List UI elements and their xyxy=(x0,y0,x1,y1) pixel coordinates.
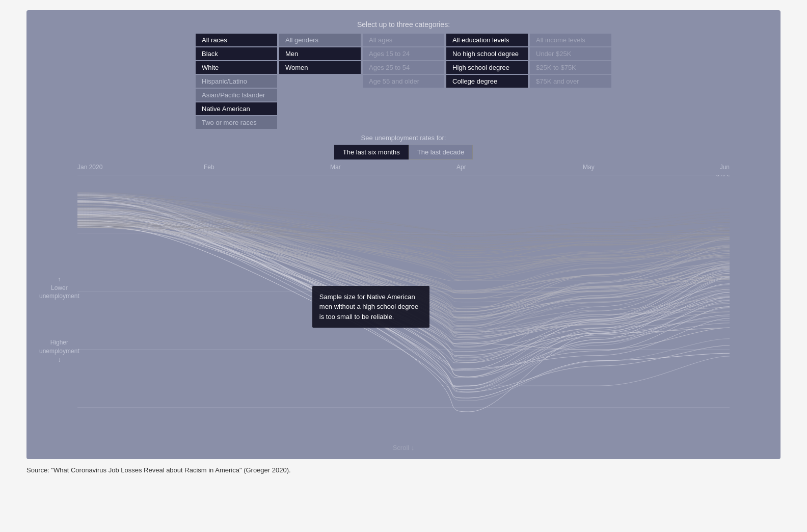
filter-all-ages[interactable]: All ages xyxy=(363,34,444,46)
filter-25k-75k[interactable]: $25K to $75K xyxy=(530,61,611,74)
left-axis-labels: ↑ Lower unemployment Higher unemployment… xyxy=(37,175,77,439)
source-text: Source: "What Coronavirus Job Losses Rev… xyxy=(26,466,781,474)
filter-no-hs-degree[interactable]: No high school degree xyxy=(446,47,528,60)
filter-under-25k[interactable]: Under $25K xyxy=(530,47,611,60)
filter-all-education[interactable]: All education levels xyxy=(446,34,528,46)
chart-area: Jan 2020 Feb Mar Apr May Jun ↑ Lower une… xyxy=(37,164,770,454)
x-label-may: May xyxy=(583,164,709,174)
filter-asian[interactable]: Asian/Pacific Islander xyxy=(196,89,277,101)
filter-men[interactable]: Men xyxy=(279,47,361,60)
filter-two-races[interactable]: Two or more races xyxy=(196,116,277,129)
x-label-jan: Jan 2020 xyxy=(77,164,204,174)
btn-last-six-months[interactable]: The last six months xyxy=(334,145,409,159)
gender-filter-column: All genders Men Women xyxy=(279,34,361,129)
lower-unemployment-label: ↑ Lower unemployment xyxy=(39,275,79,301)
main-visualization: Select up to three categories: All races… xyxy=(26,10,781,459)
filter-hispanic[interactable]: Hispanic/Latino xyxy=(196,75,277,88)
filter-all-genders[interactable]: All genders xyxy=(279,34,361,46)
scroll-label: Scroll ↓ xyxy=(393,444,415,451)
time-label: See unemployment rates for: xyxy=(37,134,770,142)
filter-native-american[interactable]: Native American xyxy=(196,102,277,115)
x-label-feb: Feb xyxy=(204,164,330,174)
higher-unemployment-label: Higher unemployment ↓ xyxy=(39,338,79,364)
time-buttons: The last six months The last decade xyxy=(37,145,770,159)
education-filter-column: All education levels No high school degr… xyxy=(446,34,528,129)
filter-age-55-plus[interactable]: Age 55 and older xyxy=(363,75,444,88)
time-section: See unemployment rates for: The last six… xyxy=(37,134,770,159)
x-label-jun: Jun xyxy=(709,164,730,174)
income-filter-column: All income levels Under $25K $25K to $75… xyxy=(530,34,611,129)
filter-black[interactable]: Black xyxy=(196,47,277,60)
tooltip: Sample size for Native American men with… xyxy=(312,286,429,328)
filter-grid: All races Black White Hispanic/Latino As… xyxy=(37,34,770,129)
btn-last-decade[interactable]: The last decade xyxy=(409,145,473,159)
x-label-mar: Mar xyxy=(330,164,456,174)
race-filter-column: All races Black White Hispanic/Latino As… xyxy=(196,34,277,129)
filter-all-races[interactable]: All races xyxy=(196,34,277,46)
filter-all-income[interactable]: All income levels xyxy=(530,34,611,46)
chart-inner: 0% Unemployment 10% 10% 20% 20% 30% 30% … xyxy=(77,175,730,439)
filter-women[interactable]: Women xyxy=(279,61,361,74)
filter-ages-15-24[interactable]: Ages 15 to 24 xyxy=(363,47,444,60)
select-label: Select up to three categories: xyxy=(37,20,770,29)
filter-college-degree[interactable]: College degree xyxy=(446,75,528,88)
age-filter-column: All ages Ages 15 to 24 Ages 25 to 54 Age… xyxy=(363,34,444,129)
filter-75k-plus[interactable]: $75K and over xyxy=(530,75,611,88)
filter-ages-25-54[interactable]: Ages 25 to 54 xyxy=(363,61,444,74)
x-label-apr: Apr xyxy=(456,164,583,174)
filter-white[interactable]: White xyxy=(196,61,277,74)
x-axis: Jan 2020 Feb Mar Apr May Jun xyxy=(77,164,730,174)
filter-hs-degree[interactable]: High school degree xyxy=(446,61,528,74)
